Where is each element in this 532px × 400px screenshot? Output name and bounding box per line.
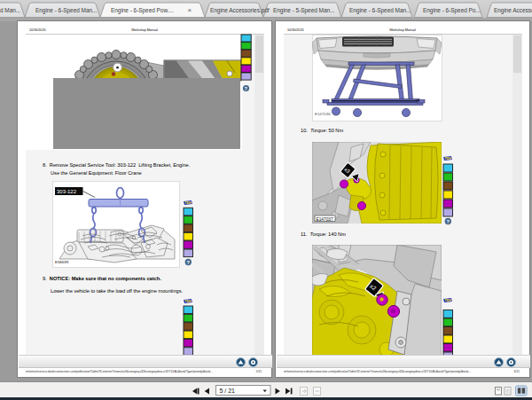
svg-text:E147036: E147036 <box>315 112 331 116</box>
svg-text:?: ? <box>245 86 248 91</box>
svg-text:E58699: E58699 <box>55 260 69 264</box>
svg-text:×: × <box>188 6 192 14</box>
svg-text:TDH: TDH <box>445 157 452 161</box>
svg-text:303-122: 303-122 <box>57 189 77 194</box>
svg-text:?: ? <box>186 260 190 265</box>
svg-text:Engine Accessories.pdf: Engine Accessories.pdf <box>210 7 270 14</box>
svg-text:E147037: E147037 <box>316 216 333 221</box>
svg-text:?: ? <box>446 219 450 224</box>
svg-text:TDH: TDH <box>445 299 452 302</box>
svg-text:TDH: TDH <box>184 300 192 303</box>
svg-text:TDH: TDH <box>184 201 192 205</box>
svg-text:Engine Accesso: Engine Accesso <box>494 7 532 14</box>
svg-text:Engine - 6-Speed Man...: Engine - 6-Speed Man... <box>35 7 98 14</box>
svg-text:d Man...: d Man... <box>0 7 20 13</box>
svg-text:Engine - 6-Speed Pow....: Engine - 6-Speed Pow.... <box>111 7 174 14</box>
svg-text:Engine - 5-Speed Man...: Engine - 5-Speed Man... <box>273 7 335 14</box>
svg-text:Engine - 6-Speed Po...: Engine - 6-Speed Po... <box>423 7 481 14</box>
svg-text:5 / 21: 5 / 21 <box>220 388 236 394</box>
svg-text:Engine - 6-Speed Man...: Engine - 6-Speed Man... <box>349 7 411 14</box>
